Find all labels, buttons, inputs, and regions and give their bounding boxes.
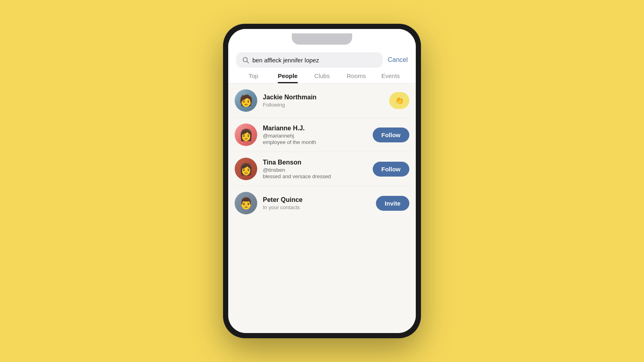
- avatar: 👩: [235, 123, 257, 146]
- person-name: Tina Benson: [263, 159, 367, 166]
- notch: [292, 33, 352, 45]
- person-name: Jackie Northmain: [263, 94, 384, 101]
- person-name: Peter Quince: [263, 196, 370, 204]
- tab-clubs[interactable]: Clubs: [305, 72, 339, 83]
- tab-top[interactable]: Top: [236, 72, 270, 83]
- person-name: Marianne H.J.: [263, 125, 367, 132]
- person-status: In your contacts: [263, 204, 370, 210]
- clap-icon: 👏: [395, 96, 404, 105]
- cancel-button[interactable]: Cancel: [388, 56, 408, 64]
- results-list: 🧑 Jackie Northmain Following 👏 👩 Mariann…: [228, 84, 416, 333]
- person-handle: @tinsben: [263, 167, 367, 173]
- tab-rooms[interactable]: Rooms: [339, 72, 374, 83]
- search-query: ben affleck jennifer lopez: [252, 57, 319, 64]
- tab-events[interactable]: Events: [374, 72, 408, 83]
- search-bar-row: ben affleck jennifer lopez Cancel: [236, 52, 408, 68]
- person-bio: blessed and versace dressed: [263, 173, 367, 179]
- person-info: Marianne H.J. @mariannehj employee of th…: [263, 125, 367, 145]
- notch-area: [228, 29, 416, 49]
- list-item: 👨 Peter Quince In your contacts Invite: [235, 186, 409, 220]
- person-info: Jackie Northmain Following: [263, 94, 384, 108]
- person-status: Following: [263, 102, 384, 108]
- person-bio: employee of the month: [263, 139, 367, 145]
- person-info: Peter Quince In your contacts: [263, 196, 370, 210]
- person-info: Tina Benson @tinsben blessed and versace…: [263, 159, 367, 179]
- list-item: 👩 Tina Benson @tinsben blessed and versa…: [235, 152, 409, 186]
- following-button[interactable]: 👏: [389, 92, 409, 109]
- search-bar[interactable]: ben affleck jennifer lopez: [236, 52, 383, 68]
- avatar: 👨: [235, 192, 257, 214]
- tabs-row: Top People Clubs Rooms Events: [228, 68, 416, 84]
- phone-screen: ben affleck jennifer lopez Cancel Top Pe…: [228, 29, 416, 333]
- avatar: 🧑: [235, 89, 257, 112]
- phone-frame: ben affleck jennifer lopez Cancel Top Pe…: [223, 24, 421, 338]
- person-handle: @mariannehj: [263, 133, 367, 139]
- tab-people[interactable]: People: [270, 72, 305, 83]
- list-item: 🧑 Jackie Northmain Following 👏: [235, 84, 409, 118]
- follow-button[interactable]: Follow: [373, 128, 410, 142]
- list-item: 👩 Marianne H.J. @mariannehj employee of …: [235, 118, 409, 152]
- follow-button[interactable]: Follow: [373, 162, 410, 177]
- invite-button[interactable]: Invite: [376, 196, 409, 211]
- svg-line-1: [247, 61, 248, 63]
- search-area: ben affleck jennifer lopez Cancel: [228, 49, 416, 68]
- search-icon: [242, 56, 249, 64]
- avatar: 👩: [235, 158, 257, 180]
